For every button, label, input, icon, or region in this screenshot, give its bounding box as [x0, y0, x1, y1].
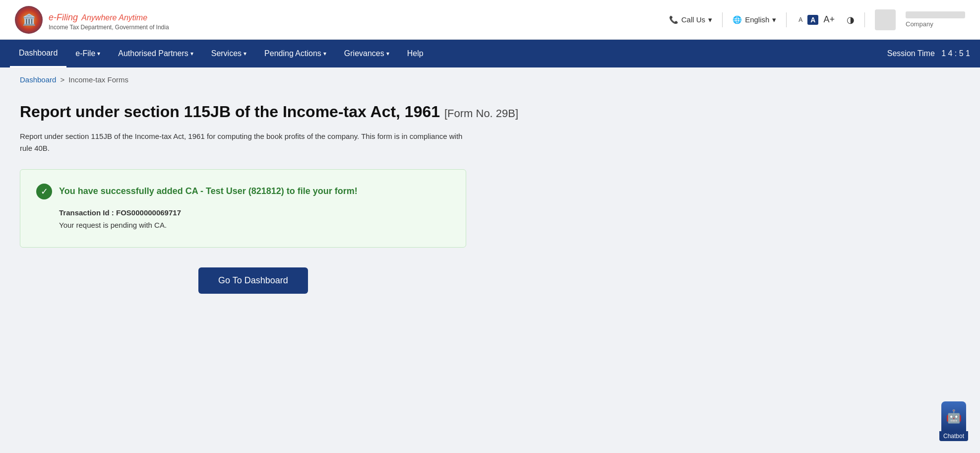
nav-efile[interactable]: e-File ▾ — [66, 40, 109, 67]
page-description: Report under section 115JB of the Income… — [20, 130, 466, 154]
divider-2 — [786, 12, 787, 27]
nav-pending-actions[interactable]: Pending Actions ▾ — [255, 40, 335, 67]
font-large-button[interactable]: A+ — [821, 13, 837, 26]
user-name-placeholder — [906, 11, 965, 18]
call-us-button[interactable]: 📞 Call Us ▾ — [669, 15, 712, 24]
success-icon: ✓ — [36, 184, 52, 199]
nav-pending-label: Pending Actions — [264, 49, 321, 58]
transaction-detail: Transaction Id : FOS000000069717 — [36, 208, 450, 217]
nav-dashboard-label: Dashboard — [19, 49, 58, 58]
user-type: Company — [906, 20, 965, 28]
main-content: Report under section 115JB of the Income… — [0, 92, 546, 324]
page-title: Report under section 115JB of the Income… — [20, 102, 526, 123]
success-box: ✓ You have successfully added CA - Test … — [20, 169, 466, 248]
session-value: 1 4 : 5 1 — [941, 49, 970, 58]
nav-help[interactable]: Help — [398, 40, 432, 67]
logo-tagline: Anywhere Anytime — [81, 13, 147, 22]
divider-1 — [722, 12, 723, 27]
font-small-button[interactable]: A — [796, 15, 804, 24]
chatbot-label: Chatbot — [939, 431, 968, 441]
font-controls: A A A+ — [796, 13, 837, 26]
nav-services-chevron: ▾ — [244, 50, 246, 57]
logo-area: 🏛️ e-Filing Anywhere Anytime Income Tax … — [15, 6, 169, 34]
breadcrumb-home[interactable]: Dashboard — [20, 75, 56, 84]
logo-name: e-Filing — [49, 12, 78, 22]
chatbot-figure: 🤖 — [941, 401, 966, 431]
transaction-id: FOS000000069717 — [116, 208, 181, 217]
success-header: ✓ You have successfully added CA - Test … — [36, 184, 450, 199]
breadcrumb-separator: > — [60, 75, 64, 84]
nav-authorised-partners[interactable]: Authorised Partners ▾ — [109, 40, 202, 67]
session-time: Session Time 1 4 : 5 1 — [887, 49, 970, 58]
avatar — [875, 9, 896, 30]
header: 🏛️ e-Filing Anywhere Anytime Income Tax … — [0, 0, 980, 40]
nav-help-label: Help — [407, 49, 424, 58]
nav-dashboard[interactable]: Dashboard — [10, 40, 66, 67]
nav-authorised-chevron: ▾ — [190, 50, 193, 57]
logo-emblem: 🏛️ — [15, 6, 43, 34]
navbar: Dashboard e-File ▾ Authorised Partners ▾… — [0, 40, 980, 67]
user-info: Company — [906, 11, 965, 28]
nav-services-label: Services — [211, 49, 242, 58]
nav-services[interactable]: Services ▾ — [202, 40, 255, 67]
divider-3 — [864, 12, 865, 27]
chatbot-widget[interactable]: 🤖 Chatbot — [939, 401, 968, 441]
call-us-label: Call Us — [681, 15, 705, 24]
nav-grievances-label: Grievances — [344, 49, 384, 58]
call-us-chevron: ▾ — [708, 15, 712, 24]
logo-efiling: e-Filing Anywhere Anytime — [49, 8, 169, 24]
breadcrumb-current: Income-tax Forms — [68, 75, 128, 84]
language-button[interactable]: 🌐 English ▾ — [733, 15, 776, 24]
contrast-button[interactable]: ◑ — [847, 14, 855, 25]
breadcrumb: Dashboard > Income-tax Forms — [0, 67, 980, 92]
nav-grievances-chevron: ▾ — [386, 50, 389, 57]
nav-authorised-partners-label: Authorised Partners — [118, 49, 188, 58]
pending-detail: Your request is pending with CA. — [36, 221, 450, 229]
session-label: Session Time — [887, 49, 935, 58]
language-chevron: ▾ — [772, 15, 776, 24]
success-message: You have successfully added CA - Test Us… — [59, 186, 358, 196]
page-title-main: Report under section 115JB of the Income… — [20, 103, 440, 121]
font-medium-button[interactable]: A — [807, 15, 818, 25]
button-area: Go To Dashboard — [20, 267, 526, 294]
logo-text: e-Filing Anywhere Anytime Income Tax Dep… — [49, 8, 169, 31]
language-label: English — [745, 15, 769, 24]
nav-grievances[interactable]: Grievances ▾ — [335, 40, 398, 67]
globe-icon: 🌐 — [733, 15, 742, 24]
nav-efile-chevron: ▾ — [97, 50, 100, 57]
phone-icon: 📞 — [669, 15, 678, 24]
go-to-dashboard-button[interactable]: Go To Dashboard — [198, 267, 308, 294]
nav-pending-chevron: ▾ — [323, 50, 326, 57]
page-title-form: [Form No. 29B] — [444, 107, 518, 120]
nav-efile-label: e-File — [75, 49, 95, 58]
header-right: 📞 Call Us ▾ 🌐 English ▾ A A A+ ◑ Company — [669, 9, 965, 30]
transaction-label: Transaction Id : — [59, 208, 114, 217]
logo-subtitle: Income Tax Department, Government of Ind… — [49, 24, 169, 31]
